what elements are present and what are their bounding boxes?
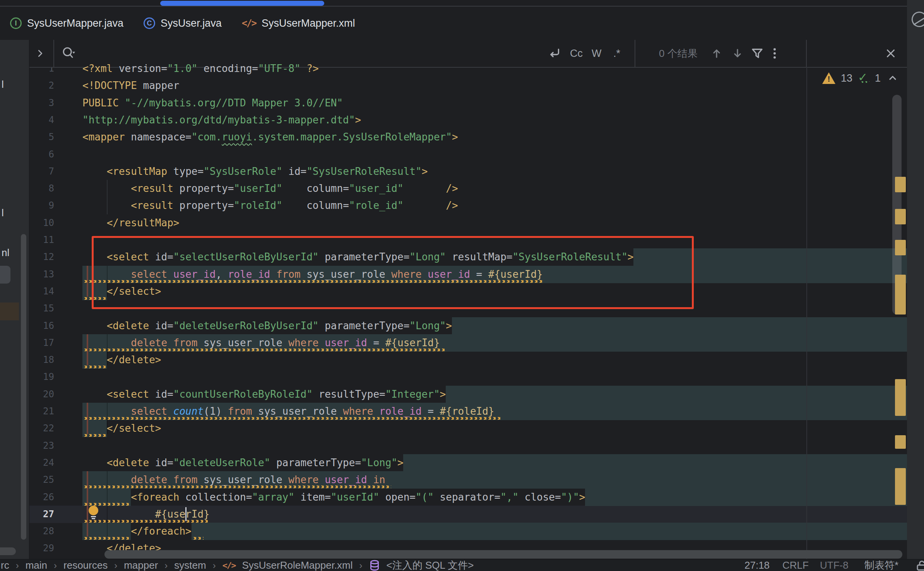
breadcrumb-injected-sql[interactable]: <注入的 SQL 文件>: [387, 559, 474, 571]
inspections-widget[interactable]: ! 13 ✓ 1: [822, 70, 907, 86]
warning-stripe-mark[interactable]: [895, 435, 906, 449]
breadcrumb-item[interactable]: main: [26, 559, 47, 571]
line-number[interactable]: 12: [29, 248, 54, 266]
warning-stripe-mark[interactable]: [895, 209, 906, 224]
line-number[interactable]: 14: [29, 283, 54, 300]
caret-position[interactable]: 27:18: [744, 559, 770, 571]
warning-squiggle: [82, 520, 210, 523]
next-occurrence-icon[interactable]: [731, 40, 744, 67]
line-number[interactable]: 21: [29, 403, 54, 420]
warning-stripe-mark[interactable]: [895, 177, 906, 192]
warning-stripe-mark[interactable]: [895, 240, 906, 255]
code-line-3[interactable]: 3PUBLIC "-//mybatis.org//DTD Mapper 3.0/…: [29, 94, 907, 112]
code-line-5[interactable]: 5<mapper namespace="com.ruoyi.system.map…: [29, 128, 907, 146]
editor-horizontal-scrollbar[interactable]: [104, 550, 902, 559]
search-icon[interactable]: [61, 40, 76, 67]
code-line-9[interactable]: 9 <result property="roleId" column="role…: [29, 197, 907, 214]
code-line-23[interactable]: 23: [29, 437, 907, 455]
line-number[interactable]: 25: [29, 471, 54, 489]
line-number[interactable]: 9: [29, 197, 54, 214]
regex-toggle[interactable]: .*: [613, 40, 620, 67]
line-number[interactable]: 19: [29, 368, 54, 386]
line-number[interactable]: 13: [29, 266, 54, 283]
line-number[interactable]: 23: [29, 437, 54, 455]
code-line-27[interactable]: 27 #{userId}: [29, 506, 907, 523]
match-case-toggle[interactable]: Cc: [570, 40, 583, 67]
intention-lightbulb-icon[interactable]: [87, 506, 100, 520]
breadcrumb-item[interactable]: system: [174, 559, 206, 571]
line-number[interactable]: 15: [29, 300, 54, 317]
warning-squiggle: [82, 537, 131, 540]
line-number[interactable]: 4: [29, 111, 54, 129]
selected-tree-item[interactable]: [0, 303, 19, 320]
line-number[interactable]: 2: [29, 77, 54, 94]
divider: [806, 40, 807, 67]
code-line-19[interactable]: 19: [29, 368, 907, 386]
line-number[interactable]: 11: [29, 231, 54, 249]
tab-sysuser-java[interactable]: C SysUser.java: [133, 7, 232, 40]
breadcrumb-item[interactable]: rc: [1, 559, 9, 571]
code-line-25[interactable]: 25 delete from sys_user_role where user_…: [29, 471, 907, 489]
tab-sysusermapper-xml[interactable]: </> SysUserMapper.xml: [232, 7, 365, 40]
tab-sysusermapper-java[interactable]: I SysUserMapper.java: [0, 7, 133, 40]
line-number[interactable]: 16: [29, 317, 54, 335]
line-number[interactable]: 26: [29, 489, 54, 506]
line-number[interactable]: 3: [29, 94, 54, 112]
code-line-2[interactable]: 2<!DOCTYPE mapper: [29, 77, 907, 94]
line-number[interactable]: 27: [29, 506, 54, 523]
warning-stripe-mark[interactable]: [895, 468, 906, 505]
code-line-16[interactable]: 16 <delete id="deleteUserRoleByUserId" p…: [29, 317, 907, 335]
code-line-24[interactable]: 24 <delete id="deleteUserRole" parameter…: [29, 454, 907, 472]
editor-pane[interactable]: 1<?xml version="1.0" encoding="UTF-8" ?>…: [29, 0, 907, 559]
code-line-22[interactable]: 22 </select>: [29, 420, 907, 437]
expand-search-chevron-icon[interactable]: [34, 40, 46, 67]
tree-item-fragment[interactable]: l: [2, 79, 4, 91]
code-line-6[interactable]: 6: [29, 146, 907, 163]
code-line-8[interactable]: 8 <result property="userId" column="user…: [29, 180, 907, 197]
line-number[interactable]: 6: [29, 146, 54, 163]
corner-circle-icon[interactable]: [910, 10, 924, 29]
tree-item-button[interactable]: [0, 266, 10, 284]
code-line-18[interactable]: 18 </delete>: [29, 351, 907, 369]
line-number[interactable]: 24: [29, 454, 54, 472]
line-number[interactable]: 17: [29, 334, 54, 352]
line-number[interactable]: 8: [29, 180, 54, 197]
code-line-4[interactable]: 4"http://mybatis.org/dtd/mybatis-3-mappe…: [29, 111, 907, 129]
indent-style[interactable]: 制表符*: [864, 559, 898, 571]
code-line-10[interactable]: 10 </resultMap>: [29, 214, 907, 232]
tree-item-fragment[interactable]: l: [2, 207, 4, 219]
close-search-icon[interactable]: [884, 40, 897, 67]
line-number[interactable]: 5: [29, 128, 54, 146]
line-number[interactable]: 7: [29, 163, 54, 180]
tree-item-fragment[interactable]: nl: [2, 247, 9, 259]
code-line-21[interactable]: 21 select count(1) from sys_user_role wh…: [29, 403, 907, 420]
warning-stripe-mark[interactable]: [895, 275, 906, 315]
next-warning-chevron-icon[interactable]: [905, 72, 907, 85]
line-separator[interactable]: CRLF: [782, 559, 809, 571]
project-vertical-scrollbar[interactable]: [21, 234, 26, 540]
code-line-20[interactable]: 20 <select id="countUserRoleByRoleId" re…: [29, 386, 907, 403]
lock-icon[interactable]: [915, 559, 924, 571]
code-line-17[interactable]: 17 delete from sys_user_role where user_…: [29, 334, 907, 352]
code-line-26[interactable]: 26 <foreach collection="array" item="use…: [29, 489, 907, 506]
line-number[interactable]: 29: [29, 540, 54, 557]
code-line-28[interactable]: 28 </foreach>: [29, 523, 907, 540]
filter-icon[interactable]: [750, 40, 764, 67]
line-number[interactable]: 28: [29, 523, 54, 540]
breadcrumb-file[interactable]: SysUserRoleMapper.xml: [242, 559, 352, 571]
more-options-kebab-icon[interactable]: [773, 40, 777, 67]
breadcrumb-item[interactable]: mapper: [124, 559, 158, 571]
line-number[interactable]: 20: [29, 386, 54, 403]
breadcrumb-item[interactable]: resources: [63, 559, 108, 571]
line-number[interactable]: 18: [29, 351, 54, 369]
file-encoding[interactable]: UTF-8: [820, 559, 849, 571]
previous-occurrence-icon[interactable]: [710, 40, 723, 67]
line-number[interactable]: 10: [29, 214, 54, 232]
whole-words-toggle[interactable]: W: [592, 40, 601, 67]
newline-icon[interactable]: [548, 40, 561, 67]
line-number[interactable]: 22: [29, 420, 54, 437]
code-line-7[interactable]: 7 <resultMap type="SysUserRole" id="SysU…: [29, 163, 907, 180]
warning-stripe-mark[interactable]: [895, 379, 906, 416]
prev-warning-chevron-icon[interactable]: [886, 72, 899, 85]
project-horizontal-scrollbar[interactable]: [0, 547, 16, 555]
